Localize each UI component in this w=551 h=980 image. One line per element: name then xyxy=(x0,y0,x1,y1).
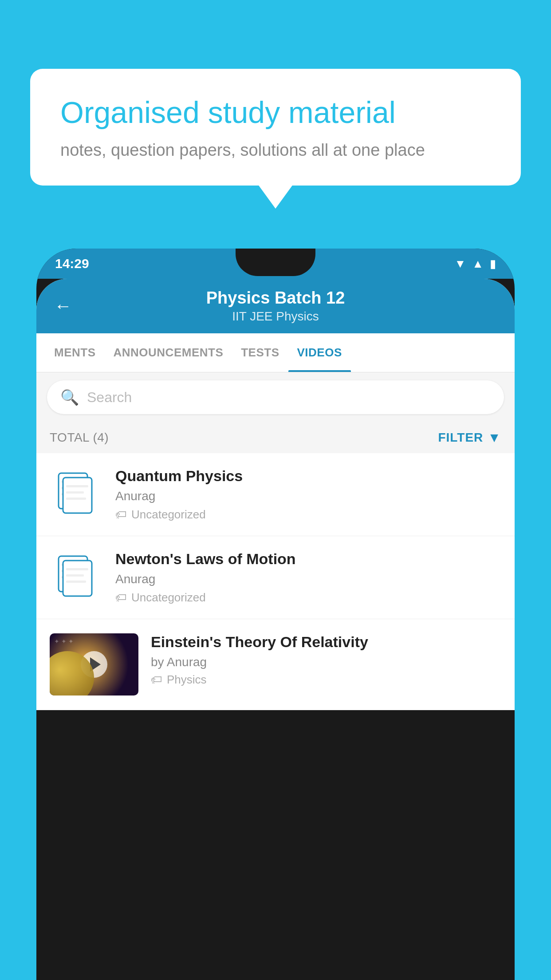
filter-icon: ▼ xyxy=(488,430,501,445)
svg-rect-6 xyxy=(66,491,84,494)
video-thumb-1 xyxy=(50,467,103,521)
svg-rect-14 xyxy=(66,574,84,577)
tab-ments[interactable]: MENTS xyxy=(45,333,105,372)
svg-rect-5 xyxy=(66,485,88,487)
video-tag-1: 🏷 Uncategorized xyxy=(115,508,501,522)
tag-icon-1: 🏷 xyxy=(115,508,127,522)
filter-button[interactable]: FILTER ▼ xyxy=(438,430,501,445)
search-icon: 🔍 xyxy=(60,388,79,406)
search-container: 🔍 Search xyxy=(36,372,515,422)
total-count: TOTAL (4) xyxy=(50,431,109,445)
video-title-1: Quantum Physics xyxy=(115,467,501,485)
list-item[interactable]: Einstein's Theory Of Relativity by Anura… xyxy=(36,619,515,710)
tag-text-2: Uncategorized xyxy=(131,591,206,605)
speech-bubble: Organised study material notes, question… xyxy=(30,69,521,186)
notch xyxy=(236,249,315,276)
tab-tests[interactable]: TESTS xyxy=(232,333,288,372)
video-tag-3: 🏷 Physics xyxy=(151,673,501,687)
search-input[interactable]: Search xyxy=(87,389,132,406)
back-button[interactable]: ← xyxy=(54,296,72,316)
file-icon-2 xyxy=(56,554,96,601)
video-tag-2: 🏷 Uncategorized xyxy=(115,591,501,605)
header-title: Physics Batch 12 xyxy=(206,288,345,308)
svg-rect-7 xyxy=(66,498,86,500)
tabs-bar: MENTS ANNOUNCEMENTS TESTS VIDEOS xyxy=(36,333,515,372)
video-thumb-2 xyxy=(50,550,103,604)
video-author-2: Anurag xyxy=(115,572,501,586)
search-bar[interactable]: 🔍 Search xyxy=(47,380,504,414)
tag-icon-3: 🏷 xyxy=(151,673,162,687)
phone-content: ← Physics Batch 12 IIT JEE Physics MENTS… xyxy=(36,279,515,710)
filter-bar: TOTAL (4) FILTER ▼ xyxy=(36,422,515,453)
battery-icon: ▮ xyxy=(490,257,496,271)
phone-frame: 14:29 ▼ ▲ ▮ ← Physics Batch 12 IIT JEE P… xyxy=(36,249,515,980)
status-bar: 14:29 ▼ ▲ ▮ xyxy=(36,249,515,279)
svg-rect-15 xyxy=(66,581,86,583)
video-info-3: Einstein's Theory Of Relativity by Anura… xyxy=(151,633,501,687)
svg-rect-12 xyxy=(63,561,92,596)
file-icon-1 xyxy=(56,471,96,518)
signal-icon: ▲ xyxy=(472,257,484,271)
bubble-subtitle: notes, question papers, solutions all at… xyxy=(60,141,491,160)
video-title-2: Newton's Laws of Motion xyxy=(115,550,501,568)
video-title-3: Einstein's Theory Of Relativity xyxy=(151,633,501,651)
tag-text-3: Physics xyxy=(167,673,207,687)
filter-label: FILTER xyxy=(438,431,483,445)
header-subtitle: IIT JEE Physics xyxy=(206,309,345,324)
video-info-2: Newton's Laws of Motion Anurag 🏷 Uncateg… xyxy=(115,550,501,605)
bubble-title: Organised study material xyxy=(60,95,491,131)
status-icons: ▼ ▲ ▮ xyxy=(455,257,496,271)
svg-rect-13 xyxy=(66,568,88,570)
tab-videos[interactable]: VIDEOS xyxy=(288,333,351,372)
header-center: Physics Batch 12 IIT JEE Physics xyxy=(206,288,345,324)
wifi-icon: ▼ xyxy=(455,257,466,271)
speech-bubble-container: Organised study material notes, question… xyxy=(30,69,521,186)
svg-rect-4 xyxy=(63,478,92,513)
tag-icon-2: 🏷 xyxy=(115,591,127,605)
video-thumbnail-einstein xyxy=(50,633,138,695)
video-info-1: Quantum Physics Anurag 🏷 Uncategorized xyxy=(115,467,501,522)
tab-announcements[interactable]: ANNOUNCEMENTS xyxy=(105,333,232,372)
list-item[interactable]: Quantum Physics Anurag 🏷 Uncategorized xyxy=(36,453,515,536)
video-author-3: by Anurag xyxy=(151,655,501,669)
list-item[interactable]: Newton's Laws of Motion Anurag 🏷 Uncateg… xyxy=(36,536,515,619)
video-list: Quantum Physics Anurag 🏷 Uncategorized xyxy=(36,453,515,710)
app-header: ← Physics Batch 12 IIT JEE Physics xyxy=(36,279,515,333)
video-author-1: Anurag xyxy=(115,489,501,503)
tag-text-1: Uncategorized xyxy=(131,508,206,522)
status-time: 14:29 xyxy=(55,256,89,271)
